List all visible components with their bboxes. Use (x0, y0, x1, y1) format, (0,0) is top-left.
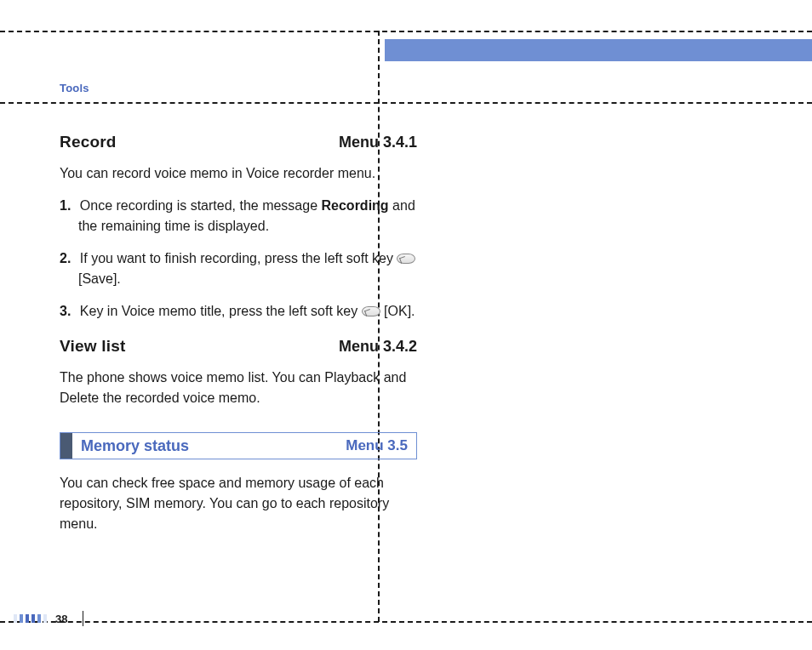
text: [Save]. (78, 271, 121, 286)
manual-page: Tools Record Menu 3.4.1 You can record v… (0, 0, 812, 650)
record-step-2: If you want to finish recording, press t… (60, 248, 417, 289)
page-number: 38 (55, 613, 67, 625)
text: Once recording is started, the message (80, 198, 322, 213)
record-step-1: Once recording is started, the message R… (60, 196, 417, 237)
heading-viewlist: View list Menu 3.4.2 (60, 337, 417, 356)
footer-tick (83, 611, 83, 626)
page-footer: 38 (14, 611, 83, 626)
heading-record-title: Record (60, 133, 117, 151)
softkey-icon (362, 306, 380, 316)
footer-bars-icon (14, 614, 47, 623)
viewlist-body: The phone shows voice memo list. You can… (60, 368, 417, 408)
memory-status-body: You can check free space and memory usag… (60, 473, 417, 534)
section-label: Tools (60, 82, 89, 94)
rule-under-header (0, 102, 812, 104)
text-bold: Recording (322, 198, 389, 213)
heading-memory-status: Memory status Menu 3.5 (60, 432, 417, 459)
heading-tab-decoration (60, 433, 72, 459)
softkey-icon (397, 254, 415, 264)
heading-memory-status-title: Memory status (72, 433, 346, 459)
rule-bottom (0, 621, 812, 623)
heading-viewlist-menu: Menu 3.4.2 (339, 338, 417, 356)
content-column: Record Menu 3.4.1 You can record voice m… (60, 128, 417, 546)
text: If you want to finish recording, press t… (80, 251, 397, 265)
heading-memory-status-menu: Menu 3.5 (346, 433, 416, 459)
header-blue-bar (385, 39, 812, 61)
text: Key in Voice memo title, press the left … (80, 304, 362, 318)
record-step-3: Key in Voice memo title, press the left … (60, 301, 417, 322)
heading-viewlist-title: View list (60, 337, 126, 356)
heading-record: Record Menu 3.4.1 (60, 133, 417, 151)
heading-record-menu: Menu 3.4.1 (339, 134, 417, 151)
rule-top (0, 31, 812, 32)
text: [OK]. (380, 304, 415, 318)
record-intro: You can record voice memo in Voice recor… (60, 163, 417, 184)
record-steps: Once recording is started, the message R… (60, 196, 417, 322)
